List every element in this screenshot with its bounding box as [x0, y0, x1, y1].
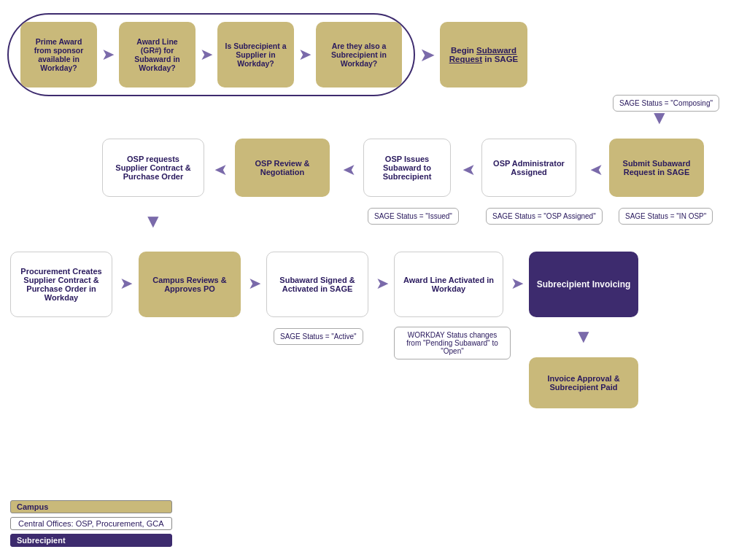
box-osp-review: OSP Review & Negotiation	[235, 139, 330, 197]
box-prime-award: Prime Award from sponsor available in Wo…	[20, 22, 97, 88]
box-procurement: Procurement Creates Supplier Contract & …	[10, 252, 112, 317]
arrow-award-invoicing: ➤	[511, 276, 524, 292]
box-subrecipient-invoicing: Subrecipient Invoicing	[529, 252, 638, 317]
arrow-1-2: ➤	[101, 47, 115, 63]
arrow-begin-down: ▼	[650, 108, 669, 127]
box-submit-subaward: Submit Subaward Request in SAGE	[609, 139, 704, 197]
box-invoice-approval: Invoice Approval & Subrecipient Paid	[529, 357, 638, 408]
arrow-issues-review: ➤	[343, 162, 356, 178]
box-award-line: Award Line (GR#) for Subaward in Workday…	[119, 22, 196, 88]
legend-central-label: Central Offices: OSP, Procurement, GCA	[10, 517, 172, 530]
status-osp-assigned: SAGE Status = "OSP Assigned"	[486, 208, 603, 225]
box-campus-reviews: Campus Reviews & Approves PO	[139, 252, 241, 317]
status-active: SAGE Status = "Active"	[274, 328, 363, 345]
legend-subrecipient-label: Subrecipient	[10, 534, 172, 547]
legend-campus-label: Campus	[10, 500, 172, 513]
arrow-2-3: ➤	[200, 47, 213, 63]
box-osp-admin: OSP Administrator Assigned	[481, 139, 576, 197]
arrow-subaward-award: ➤	[376, 276, 389, 292]
box-are-they-subrecipient: Are they also a Subrecipient in Workday?	[316, 22, 402, 88]
box-award-activated: Award Line Activated in Workday	[394, 252, 503, 317]
status-issued: SAGE Status = "Issued"	[368, 208, 459, 225]
arrow-campus-subaward: ➤	[248, 276, 261, 292]
arrow-4-5: ➤	[419, 45, 436, 64]
diagram: Prime Award from sponsor available in Wo…	[0, 0, 747, 560]
box-begin-subaward: Begin Subaward Request in SAGE	[440, 22, 527, 88]
arrow-3-4: ➤	[298, 47, 311, 63]
status-workday-open: WORKDAY Status changes from "Pending Sub…	[394, 327, 511, 359]
arrow-invoicing-down: ▼	[574, 327, 593, 346]
arrow-submit-ospadmin: ➤	[590, 162, 603, 178]
box-subaward-signed: Subaward Signed & Activated in SAGE	[266, 252, 368, 317]
arrow-review-requests: ➤	[214, 162, 228, 178]
box-osp-requests: OSP requests Supplier Contract & Purchas…	[102, 139, 204, 197]
box-is-subrecipient: Is Subrecipient a Supplier in Workday?	[217, 22, 294, 88]
status-in-osp: SAGE Status = "IN OSP"	[619, 208, 713, 225]
arrow-proc-campus: ➤	[120, 276, 133, 292]
arrow-ospadmin-issues: ➤	[462, 162, 476, 178]
begin-label: Begin Subaward Request in SAGE	[447, 46, 520, 63]
legend-section: Campus Central Offices: OSP, Procurement…	[10, 500, 172, 547]
arrow-requests-down: ▼	[144, 211, 163, 230]
box-osp-issues: OSP Issues Subaward to Subrecipient	[363, 139, 451, 197]
